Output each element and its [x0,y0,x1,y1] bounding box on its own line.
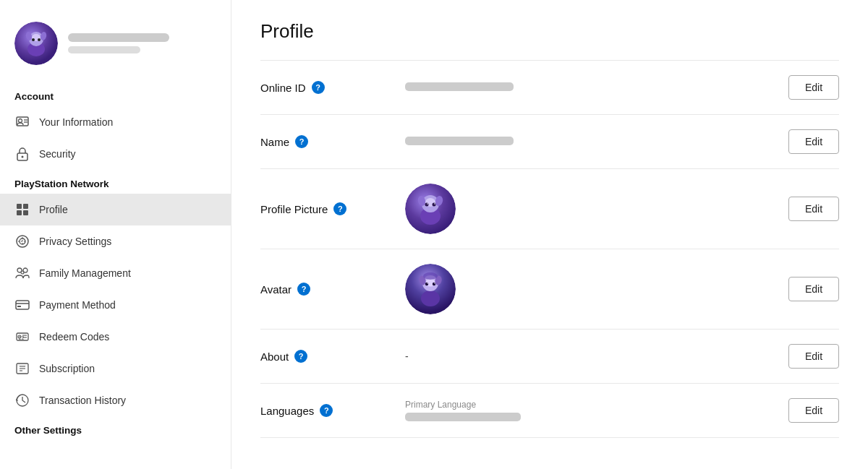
profile-row-languages: Languages ? Primary Language Edit [260,384,839,438]
svg-point-6 [32,38,35,41]
svg-text:12: 12 [19,335,25,340]
name-edit-button[interactable]: Edit [788,129,839,154]
svg-point-13 [22,156,24,158]
person-icon [14,114,30,130]
sidebar-username-blur [68,33,169,42]
row-label-avatar: Avatar ? [260,283,391,296]
languages-blur [405,413,521,421]
online-id-label: Online ID [260,82,306,94]
languages-primary-label: Primary Language [405,400,774,410]
online-id-blur [405,82,514,91]
avatar-label: Avatar [260,283,292,296]
sidebar-section-psn: PlayStation Network [0,173,231,194]
profile-grid-icon [14,202,30,218]
privacy-icon [14,233,30,249]
sidebar-section-other: Other Settings [0,419,231,440]
page-title: Profile [260,20,839,43]
sidebar-item-label: Subscription [39,363,95,374]
row-label-online-id: Online ID ? [260,81,391,94]
sidebar-item-label: Security [39,148,76,160]
name-help-icon[interactable]: ? [295,135,308,148]
sidebar-item-label: Your Information [39,116,113,128]
svg-rect-14 [17,204,22,209]
sidebar: Account Your Information Security PlaySt… [0,0,231,469]
sidebar-item-transaction-history[interactable]: Transaction History [0,384,231,416]
profile-row-avatar: Avatar ? [260,249,839,330]
name-blur [405,137,514,145]
svg-point-22 [21,271,24,274]
sidebar-item-privacy-settings[interactable]: Privacy Settings [0,225,231,257]
avatar-image [405,264,456,314]
profile-picture-edit-button[interactable]: Edit [788,197,839,221]
profile-picture-value [405,184,774,234]
svg-rect-23 [16,301,29,309]
avatar-value [405,264,774,314]
profile-row-about: About ? - Edit [260,330,839,384]
sidebar-user-avatar [14,22,58,65]
sidebar-username-blur2 [68,46,140,53]
profile-picture-avatar [405,184,456,234]
sidebar-item-label: Family Management [39,267,131,279]
subscription-icon [14,361,30,377]
row-label-about: About ? [260,350,391,363]
svg-rect-15 [23,204,28,209]
sidebar-item-profile[interactable]: Profile [0,194,231,225]
svg-point-56 [423,272,438,280]
profile-picture-help-icon[interactable]: ? [333,202,346,215]
svg-point-54 [427,283,427,283]
svg-rect-25 [17,306,21,307]
payment-icon [14,297,30,313]
main-content: Profile Online ID ? Edit Name ? Edit Pro… [231,0,868,469]
languages-label: Languages [260,405,314,417]
svg-rect-17 [23,210,28,215]
profile-row-profile-picture: Profile Picture ? [260,169,839,249]
name-value [405,136,774,147]
sidebar-item-subscription[interactable]: Subscription [0,353,231,384]
profile-row-name: Name ? Edit [260,115,839,169]
languages-edit-button[interactable]: Edit [788,398,839,423]
svg-point-9 [19,119,22,123]
about-edit-button[interactable]: Edit [788,344,839,369]
avatar-edit-button[interactable]: Edit [788,277,839,301]
svg-point-42 [425,203,429,207]
profile-picture-label: Profile Picture [260,203,328,215]
svg-point-52 [425,283,428,285]
languages-help-icon[interactable]: ? [320,404,333,417]
avatar-help-icon[interactable]: ? [297,283,310,296]
row-label-languages: Languages ? [260,404,391,417]
sidebar-section-account: Account [0,85,231,106]
svg-point-44 [427,203,428,205]
languages-value: Primary Language [405,400,774,421]
sidebar-item-label: Privacy Settings [39,236,111,247]
sidebar-user [0,14,231,82]
row-label-profile-picture: Profile Picture ? [260,202,391,215]
svg-point-53 [433,283,435,285]
sidebar-item-payment-method[interactable]: Payment Method [0,289,231,321]
svg-point-43 [433,203,436,207]
sidebar-item-security[interactable]: Security [0,138,231,170]
svg-point-55 [434,283,435,283]
sidebar-user-info [68,33,169,53]
sidebar-item-your-information[interactable]: Your Information [0,106,231,138]
lock-icon [14,146,30,162]
row-label-name: Name ? [260,135,391,148]
about-value: - [405,350,774,362]
online-id-help-icon[interactable]: ? [312,81,325,94]
history-icon [14,392,30,408]
online-id-edit-button[interactable]: Edit [788,75,839,100]
svg-point-7 [38,38,41,41]
sidebar-item-label: Profile [39,204,68,215]
about-help-icon[interactable]: ? [294,350,307,363]
svg-point-45 [434,203,435,205]
sidebar-item-label: Payment Method [39,299,116,311]
online-id-value [405,82,774,93]
sidebar-item-label: Redeem Codes [39,331,109,343]
sidebar-item-redeem-codes[interactable]: 12 Redeem Codes [0,321,231,353]
family-icon [14,265,30,281]
svg-point-47 [421,291,440,306]
svg-rect-16 [17,210,22,215]
sidebar-item-label: Transaction History [39,395,126,406]
profile-row-online-id: Online ID ? Edit [260,60,839,115]
about-label: About [260,350,289,363]
sidebar-item-family-management[interactable]: Family Management [0,257,231,289]
